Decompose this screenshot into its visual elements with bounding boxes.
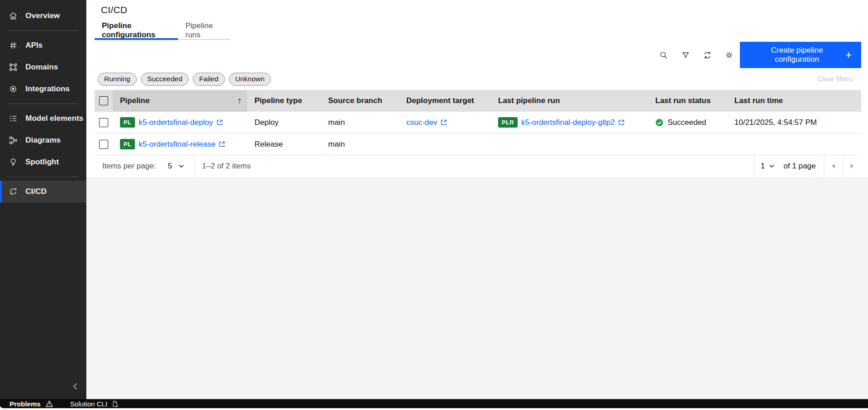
- filter-tag-unknown[interactable]: Unknown: [229, 73, 271, 86]
- deployment-target-label: csuc-dev: [406, 118, 437, 127]
- sidebar-item-overview[interactable]: Overview: [0, 5, 86, 27]
- row-checkbox[interactable]: [99, 118, 108, 127]
- sidebar-item-label: CI/CD: [25, 187, 46, 196]
- cell-pipeline-type: Deploy: [247, 118, 321, 127]
- chevron-down-icon: [179, 164, 184, 168]
- lightbulb-icon: [9, 158, 18, 167]
- page-number-select[interactable]: 1: [754, 162, 781, 171]
- cell-source-branch: main: [321, 118, 399, 127]
- pipeline-tag-badge: PL: [120, 117, 135, 128]
- gear-icon: [725, 51, 733, 59]
- target-icon: [9, 84, 18, 94]
- sidebar-item-apis[interactable]: APIs: [0, 35, 86, 56]
- pipeline-link[interactable]: k5-ordertsfinal-release: [139, 140, 225, 149]
- refresh-button[interactable]: [696, 42, 718, 68]
- column-header-last-run-status[interactable]: Last run status: [648, 96, 727, 105]
- tab-pipeline-runs[interactable]: Pipeline runs: [178, 23, 230, 40]
- next-page-button[interactable]: [843, 155, 861, 177]
- page-size-select[interactable]: [179, 164, 184, 168]
- external-link-icon: [618, 119, 625, 126]
- caret-right-icon: [850, 164, 854, 168]
- previous-page-button[interactable]: [824, 155, 843, 177]
- sidebar-item-label: Overview: [25, 11, 60, 20]
- column-header-deployment-target[interactable]: Deployment target: [399, 96, 491, 105]
- settings-button[interactable]: [718, 42, 740, 68]
- external-link-icon: [440, 119, 447, 126]
- pagination-right: 1 of 1 page: [754, 155, 861, 177]
- sidebar-item-domains[interactable]: Domains: [0, 56, 86, 78]
- external-link-icon: [219, 141, 225, 148]
- hash-icon: [9, 41, 18, 50]
- search-button[interactable]: [653, 42, 674, 68]
- tab-pipeline-configurations[interactable]: Pipeline configurations: [95, 23, 178, 40]
- sort-ascending-icon: ↑: [238, 96, 242, 106]
- clear-filters-button[interactable]: Clear filters: [818, 75, 861, 83]
- sidebar-item-label: APIs: [25, 41, 43, 50]
- status-badge: Succeeded: [655, 118, 706, 127]
- sidebar: Overview APIs Domai: [0, 0, 86, 399]
- column-header-last-run-time[interactable]: Last run time: [727, 96, 861, 105]
- diagram-icon: [9, 136, 18, 145]
- row-checkbox-cell: [95, 118, 113, 127]
- sidebar-item-label: Spotlight: [25, 158, 59, 167]
- pagination-left: Items per page: 5 1–2 of 2 items: [95, 155, 250, 177]
- sidebar-item-label: Model elements: [25, 114, 84, 123]
- column-header-last-pipeline-run[interactable]: Last pipeline run: [491, 96, 648, 105]
- filter-tag-succeeded[interactable]: Succeeded: [141, 73, 189, 86]
- sidebar-item-model-elements[interactable]: Model elements: [0, 108, 86, 129]
- sidebar-item-integrations[interactable]: Integrations: [0, 78, 86, 100]
- caret-left-icon: [832, 164, 835, 168]
- pipeline-table-container: Create pipeline configuration + Running …: [95, 42, 861, 177]
- table-row: PL k5-ordertsfinal-deploy Deploy main: [95, 112, 861, 133]
- main-content: CI/CD Pipeline configurations Pipeline r…: [86, 0, 868, 399]
- document-icon[interactable]: [111, 400, 118, 407]
- filter-button[interactable]: [674, 42, 696, 68]
- create-pipeline-configuration-button[interactable]: Create pipeline configuration +: [740, 42, 861, 68]
- success-check-icon: [655, 119, 663, 127]
- app-window: Overview APIs Domai: [0, 0, 868, 399]
- sidebar-item-diagrams[interactable]: Diagrams: [0, 129, 86, 151]
- sidebar-item-cicd[interactable]: CI/CD: [0, 181, 86, 203]
- filter-tag-failed[interactable]: Failed: [193, 73, 224, 86]
- filter-tag-running[interactable]: Running: [98, 73, 137, 86]
- list-icon: [9, 114, 18, 123]
- column-header-pipeline[interactable]: Pipeline ↑: [113, 90, 247, 112]
- pipeline-link-label: k5-ordertsfinal-release: [139, 140, 215, 149]
- chevron-down-icon: [769, 164, 774, 168]
- select-all-checkbox[interactable]: [99, 96, 108, 105]
- solution-cli-button[interactable]: Solution CLI: [70, 400, 107, 408]
- sidebar-divider: [7, 104, 79, 104]
- table-row: PL k5-ordertsfinal-release Release main: [95, 133, 861, 155]
- pipeline-link-label: k5-ordertsfinal-deploy: [139, 118, 213, 127]
- column-header-pipeline-type[interactable]: Pipeline type: [247, 96, 321, 105]
- chevron-left-icon: [70, 381, 80, 391]
- problems-button[interactable]: Problems: [10, 400, 40, 408]
- column-header-label: Pipeline: [120, 96, 150, 105]
- page-size-value: 5: [168, 162, 172, 171]
- cell-last-run-status: Succeeded: [648, 118, 727, 127]
- cell-pipeline: PL k5-ordertsfinal-deploy: [113, 117, 247, 128]
- column-header-source-branch[interactable]: Source branch: [321, 96, 399, 105]
- pipeline-tag-badge: PL: [120, 139, 135, 149]
- sidebar-item-label: Integrations: [25, 84, 70, 94]
- external-link-icon: [216, 119, 223, 126]
- items-per-page-label: Items per page:: [102, 162, 156, 171]
- pipeline-run-link[interactable]: k5-ordertsfinal-deploy-gltp2: [521, 118, 625, 127]
- table-header-row: Pipeline ↑ Pipeline type Source branch D…: [95, 90, 861, 112]
- page-title: CI/CD: [101, 5, 868, 15]
- cell-last-run-time: 10/21/2025, 4:54:57 PM: [727, 118, 861, 127]
- filter-tags-row: Running Succeeded Failed Unknown Clear f…: [95, 68, 861, 90]
- cell-pipeline: PL k5-ordertsfinal-release: [113, 139, 247, 149]
- sidebar-item-spotlight[interactable]: Spotlight: [0, 151, 86, 173]
- row-checkbox[interactable]: [99, 140, 108, 149]
- table-toolbar: Create pipeline configuration +: [95, 42, 861, 68]
- cell-last-pipeline-run: PLR k5-ordertsfinal-deploy-gltp2: [491, 117, 648, 128]
- sidebar-collapse-button[interactable]: [70, 381, 81, 392]
- deployment-target-link[interactable]: csuc-dev: [406, 118, 447, 127]
- sidebar-item-label: Diagrams: [25, 136, 60, 145]
- tab-bar: Pipeline configurations Pipeline runs: [95, 23, 868, 40]
- row-checkbox-cell: [95, 140, 113, 149]
- warning-icon[interactable]: [45, 400, 53, 408]
- pipeline-link[interactable]: k5-ordertsfinal-deploy: [139, 118, 223, 127]
- pipeline-run-tag-badge: PLR: [498, 117, 518, 128]
